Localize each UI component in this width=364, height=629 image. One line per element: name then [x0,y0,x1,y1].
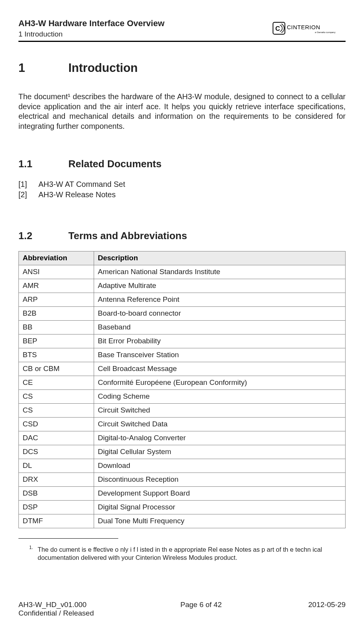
cell-abbreviation: ANSI [19,265,94,279]
section-heading-1-1: 1.1Related Documents [18,158,346,170]
related-doc-item: [2]AH3-W Release Notes [18,190,346,200]
cell-abbreviation: DSP [19,501,94,514]
cell-abbreviation: CB or CBM [19,362,94,376]
cell-description: Dual Tone Multi Frequency [94,514,345,528]
cell-description: Download [94,459,345,473]
cell-abbreviation: BTS [19,348,94,362]
cell-description: Cell Broadcast Message [94,362,345,376]
brand-logo: C CINTERION a Gemalto company [273,20,346,37]
cell-abbreviation: CSD [19,418,94,431]
cell-abbreviation: CE [19,376,94,390]
cell-abbreviation: DRX [19,473,94,487]
cell-description: Bit Error Probability [94,334,345,348]
table-row: CSCoding Scheme [19,390,346,404]
table-row: CSDCircuit Switched Data [19,418,346,431]
cell-abbreviation: CS [19,390,94,404]
table-row: CB or CBMCell Broadcast Message [19,362,346,376]
cell-description: Discontinuous Reception [94,473,345,487]
document-page: AH3-W Hardware Interface Overview 1 Intr… [0,0,364,562]
logo-subtext: a Gemalto company [315,31,336,33]
reference-title: AH3-W Release Notes [38,190,116,199]
footnote: 1. The do cument is e ffective o nly i f… [18,546,346,561]
table-row: AMRAdaptive Multirate [19,279,346,293]
table-row: ARPAntenna Reference Point [19,293,346,307]
cell-description: American National Standards Institute [94,265,345,279]
footnote-text: The do cument is e ffective o nly i f l … [38,546,346,561]
section-heading-1: 1Introduction [18,61,346,75]
footer-date: 2012-05-29 [308,601,346,617]
cell-abbreviation: CS [19,404,94,418]
table-row: BTSBase Transceiver Station [19,348,346,362]
cell-description: Development Support Board [94,487,345,501]
cell-description: Digital-to-Analog Converter [94,431,345,445]
cell-abbreviation: AMR [19,279,94,293]
table-row: CEConformité Européene (European Conform… [19,376,346,390]
table-header-row: Abbreviation Description [19,251,346,265]
abbreviations-table: Abbreviation Description ANSIAmerican Na… [18,251,346,528]
intro-paragraph: The document¹ describes the hardware of … [18,92,346,131]
section-heading-1-2: 1.2Terms and Abbreviations [18,230,346,242]
table-row: CSCircuit Switched [19,404,346,418]
section-number: 1.1 [18,158,68,170]
cell-description: Base Transceiver Station [94,348,345,362]
cell-description: Conformité Européene (European Conformit… [94,376,345,390]
cell-description: Baseband [94,321,345,334]
logo-wordmark: CINTERION [287,24,320,30]
table-row: BBBaseband [19,321,346,334]
reference-number: [1] [18,179,38,190]
section-title: Introduction [68,61,138,75]
table-row: DCSDigital Cellular System [19,445,346,459]
related-documents-list: [1]AH3-W AT Command Set[2]AH3-W Release … [18,179,346,200]
col-header-abbreviation: Abbreviation [19,251,94,265]
cell-abbreviation: B2B [19,307,94,321]
cell-abbreviation: DCS [19,445,94,459]
svg-text:C: C [275,25,280,32]
table-row: DSBDevelopment Support Board [19,487,346,501]
footnote-rule [18,538,118,539]
table-row: BEPBit Error Probability [19,334,346,348]
header-left: AH3-W Hardware Interface Overview 1 Intr… [18,18,164,38]
section-title: Related Documents [68,158,162,170]
table-row: B2BBoard-to-board connector [19,307,346,321]
footer-doc-id: AH3-W_HD_v01.000 [18,601,94,609]
reference-number: [2] [18,190,38,200]
section-number: 1.2 [18,230,68,242]
cell-description: Circuit Switched Data [94,418,345,431]
table-row: DLDownload [19,459,346,473]
page-footer: AH3-W_HD_v01.000 Confidential / Released… [18,598,346,617]
doc-title: AH3-W Hardware Interface Overview [18,18,164,28]
cell-description: Circuit Switched [94,404,345,418]
breadcrumb: 1 Introduction [18,30,164,38]
footnote-marker: 1. [29,545,35,561]
col-header-description: Description [94,251,345,265]
cell-abbreviation: DTMF [19,514,94,528]
cell-description: Digital Cellular System [94,445,345,459]
table-row: DTMFDual Tone Multi Frequency [19,514,346,528]
cell-description: Board-to-board connector [94,307,345,321]
cell-abbreviation: BB [19,321,94,334]
cell-abbreviation: DAC [19,431,94,445]
cell-description: Antenna Reference Point [94,293,345,307]
related-doc-item: [1]AH3-W AT Command Set [18,179,346,190]
cell-abbreviation: ARP [19,293,94,307]
table-row: DRXDiscontinuous Reception [19,473,346,487]
footer-page-number: Page 6 of 42 [94,601,308,617]
cell-abbreviation: DL [19,459,94,473]
reference-title: AH3-W AT Command Set [38,180,125,188]
cell-abbreviation: DSB [19,487,94,501]
cell-abbreviation: BEP [19,334,94,348]
cinterion-logo-icon: C CINTERION a Gemalto company [273,20,346,37]
table-row: DSPDigital Signal Processor [19,501,346,514]
table-row: DACDigital-to-Analog Converter [19,431,346,445]
section-number: 1 [18,61,68,75]
cell-description: Adaptive Multirate [94,279,345,293]
table-row: ANSIAmerican National Standards Institut… [19,265,346,279]
cell-description: Digital Signal Processor [94,501,345,514]
section-title: Terms and Abbreviations [68,230,187,241]
footer-left: AH3-W_HD_v01.000 Confidential / Released [18,601,94,617]
cell-description: Coding Scheme [94,390,345,404]
footnote-section: 1. The do cument is e ffective o nly i f… [18,538,346,561]
footer-confidentiality: Confidential / Released [18,609,94,617]
page-header: AH3-W Hardware Interface Overview 1 Intr… [18,18,346,42]
